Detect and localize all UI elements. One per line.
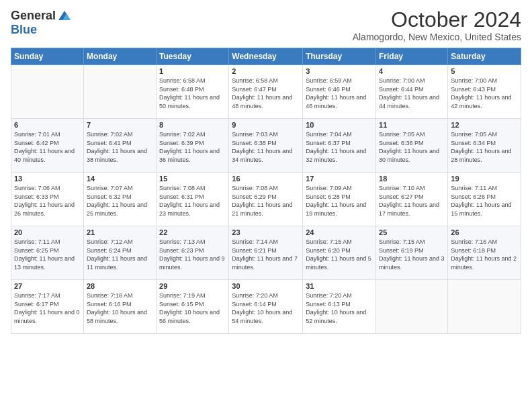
calendar-cell: 15Sunrise: 7:08 AMSunset: 6:31 PMDayligh…: [157, 173, 229, 226]
calendar-cell: 20Sunrise: 7:11 AMSunset: 6:25 PMDayligh…: [11, 226, 84, 280]
calendar-cell: 7Sunrise: 7:02 AMSunset: 6:41 PMDaylight…: [83, 119, 156, 173]
day-info: Sunrise: 7:02 AMSunset: 6:41 PMDaylight:…: [87, 130, 153, 164]
calendar-cell: 24Sunrise: 7:15 AMSunset: 6:20 PMDayligh…: [303, 226, 376, 280]
day-info: Sunrise: 7:19 AMSunset: 6:15 PMDaylight:…: [159, 291, 226, 325]
calendar-week-0: 1Sunrise: 6:58 AMSunset: 6:48 PMDaylight…: [11, 65, 521, 119]
calendar-cell: 25Sunrise: 7:15 AMSunset: 6:19 PMDayligh…: [376, 226, 448, 280]
calendar-week-1: 6Sunrise: 7:01 AMSunset: 6:42 PMDaylight…: [11, 119, 521, 173]
calendar-cell: 13Sunrise: 7:06 AMSunset: 6:33 PMDayligh…: [11, 173, 84, 226]
calendar-cell: [83, 65, 156, 119]
day-info: Sunrise: 7:13 AMSunset: 6:23 PMDaylight:…: [159, 238, 226, 271]
header-sunday: Sunday: [11, 48, 84, 65]
day-info: Sunrise: 6:58 AMSunset: 6:47 PMDaylight:…: [232, 77, 300, 110]
month-title: October 2024: [353, 8, 521, 32]
calendar-cell: 17Sunrise: 7:09 AMSunset: 6:28 PMDayligh…: [303, 173, 376, 226]
calendar-cell: 16Sunrise: 7:08 AMSunset: 6:29 PMDayligh…: [229, 173, 303, 226]
header: General Blue October 2024 Alamogordo, Ne…: [11, 8, 521, 42]
header-monday: Monday: [83, 48, 156, 65]
calendar-week-4: 27Sunrise: 7:17 AMSunset: 6:17 PMDayligh…: [11, 280, 521, 334]
calendar-cell: 30Sunrise: 7:20 AMSunset: 6:14 PMDayligh…: [229, 280, 303, 334]
day-info: Sunrise: 6:58 AMSunset: 6:48 PMDaylight:…: [159, 77, 226, 110]
day-info: Sunrise: 7:16 AMSunset: 6:18 PMDaylight:…: [451, 238, 518, 271]
header-thursday: Thursday: [303, 48, 376, 65]
day-number: 7: [87, 121, 153, 129]
day-number: 12: [451, 121, 518, 129]
day-info: Sunrise: 7:09 AMSunset: 6:28 PMDaylight:…: [306, 184, 373, 218]
calendar-cell: [376, 280, 448, 334]
day-number: 8: [159, 121, 226, 129]
day-info: Sunrise: 7:11 AMSunset: 6:26 PMDaylight:…: [451, 184, 518, 218]
header-saturday: Saturday: [448, 48, 521, 65]
calendar-cell: 11Sunrise: 7:05 AMSunset: 6:36 PMDayligh…: [376, 119, 448, 173]
logo-icon: [57, 8, 72, 23]
calendar-cell: 4Sunrise: 7:00 AMSunset: 6:44 PMDaylight…: [376, 65, 448, 119]
calendar-cell: 31Sunrise: 7:20 AMSunset: 6:13 PMDayligh…: [303, 280, 376, 334]
calendar-cell: 19Sunrise: 7:11 AMSunset: 6:26 PMDayligh…: [448, 173, 521, 226]
logo-text: General: [11, 8, 72, 23]
day-info: Sunrise: 7:06 AMSunset: 6:33 PMDaylight:…: [14, 184, 81, 218]
day-number: 2: [232, 67, 300, 75]
calendar-cell: 8Sunrise: 7:02 AMSunset: 6:39 PMDaylight…: [157, 119, 229, 173]
day-number: 15: [159, 175, 226, 183]
logo-general: General: [11, 9, 56, 23]
day-number: 13: [14, 175, 81, 183]
day-number: 25: [379, 228, 445, 236]
day-info: Sunrise: 7:15 AMSunset: 6:20 PMDaylight:…: [306, 238, 373, 271]
day-info: Sunrise: 7:07 AMSunset: 6:32 PMDaylight:…: [87, 184, 153, 218]
day-number: 22: [159, 228, 226, 236]
calendar-week-2: 13Sunrise: 7:06 AMSunset: 6:33 PMDayligh…: [11, 173, 521, 226]
day-number: 6: [14, 121, 81, 129]
title-section: October 2024 Alamogordo, New Mexico, Uni…: [353, 8, 521, 42]
calendar-cell: 26Sunrise: 7:16 AMSunset: 6:18 PMDayligh…: [448, 226, 521, 280]
logo-blue: Blue: [11, 23, 37, 37]
calendar-cell: 29Sunrise: 7:19 AMSunset: 6:15 PMDayligh…: [157, 280, 229, 334]
day-number: 14: [87, 175, 153, 183]
day-number: 23: [232, 228, 300, 236]
header-friday: Friday: [376, 48, 448, 65]
day-number: 21: [87, 228, 153, 236]
calendar-cell: 9Sunrise: 7:03 AMSunset: 6:38 PMDaylight…: [229, 119, 303, 173]
day-number: 28: [87, 282, 153, 290]
day-number: 20: [14, 228, 81, 236]
calendar-cell: 14Sunrise: 7:07 AMSunset: 6:32 PMDayligh…: [83, 173, 156, 226]
day-number: 9: [232, 121, 300, 129]
header-wednesday: Wednesday: [229, 48, 303, 65]
day-number: 11: [379, 121, 445, 129]
calendar-cell: 12Sunrise: 7:05 AMSunset: 6:34 PMDayligh…: [448, 119, 521, 173]
calendar-cell: 27Sunrise: 7:17 AMSunset: 6:17 PMDayligh…: [11, 280, 84, 334]
day-info: Sunrise: 7:04 AMSunset: 6:37 PMDaylight:…: [306, 130, 373, 164]
day-number: 17: [306, 175, 373, 183]
day-info: Sunrise: 7:15 AMSunset: 6:19 PMDaylight:…: [379, 238, 445, 271]
day-info: Sunrise: 7:00 AMSunset: 6:43 PMDaylight:…: [451, 77, 518, 110]
day-number: 27: [14, 282, 81, 290]
day-number: 3: [306, 67, 373, 75]
day-info: Sunrise: 7:05 AMSunset: 6:36 PMDaylight:…: [379, 130, 445, 164]
day-info: Sunrise: 7:00 AMSunset: 6:44 PMDaylight:…: [379, 77, 445, 110]
day-number: 31: [306, 282, 373, 290]
calendar-cell: [11, 65, 84, 119]
day-info: Sunrise: 7:11 AMSunset: 6:25 PMDaylight:…: [14, 238, 81, 271]
location: Alamogordo, New Mexico, United States: [353, 32, 521, 42]
day-number: 16: [232, 175, 300, 183]
day-number: 30: [232, 282, 300, 290]
day-info: Sunrise: 7:08 AMSunset: 6:31 PMDaylight:…: [159, 184, 226, 218]
calendar-cell: 3Sunrise: 6:59 AMSunset: 6:46 PMDaylight…: [303, 65, 376, 119]
calendar-cell: 22Sunrise: 7:13 AMSunset: 6:23 PMDayligh…: [157, 226, 229, 280]
header-tuesday: Tuesday: [157, 48, 229, 65]
calendar-cell: 2Sunrise: 6:58 AMSunset: 6:47 PMDaylight…: [229, 65, 303, 119]
calendar-cell: 23Sunrise: 7:14 AMSunset: 6:21 PMDayligh…: [229, 226, 303, 280]
day-info: Sunrise: 6:59 AMSunset: 6:46 PMDaylight:…: [306, 77, 373, 110]
day-info: Sunrise: 7:10 AMSunset: 6:27 PMDaylight:…: [379, 184, 445, 218]
day-info: Sunrise: 7:08 AMSunset: 6:29 PMDaylight:…: [232, 184, 300, 218]
day-number: 10: [306, 121, 373, 129]
day-info: Sunrise: 7:02 AMSunset: 6:39 PMDaylight:…: [159, 130, 226, 164]
calendar-cell: 6Sunrise: 7:01 AMSunset: 6:42 PMDaylight…: [11, 119, 84, 173]
calendar-cell: [448, 280, 521, 334]
day-info: Sunrise: 7:17 AMSunset: 6:17 PMDaylight:…: [14, 291, 81, 325]
day-info: Sunrise: 7:20 AMSunset: 6:13 PMDaylight:…: [306, 291, 373, 325]
day-info: Sunrise: 7:05 AMSunset: 6:34 PMDaylight:…: [451, 130, 518, 164]
day-info: Sunrise: 7:14 AMSunset: 6:21 PMDaylight:…: [232, 238, 300, 271]
calendar: Sunday Monday Tuesday Wednesday Thursday…: [11, 48, 521, 334]
day-info: Sunrise: 7:20 AMSunset: 6:14 PMDaylight:…: [232, 291, 300, 325]
day-number: 4: [379, 67, 445, 75]
